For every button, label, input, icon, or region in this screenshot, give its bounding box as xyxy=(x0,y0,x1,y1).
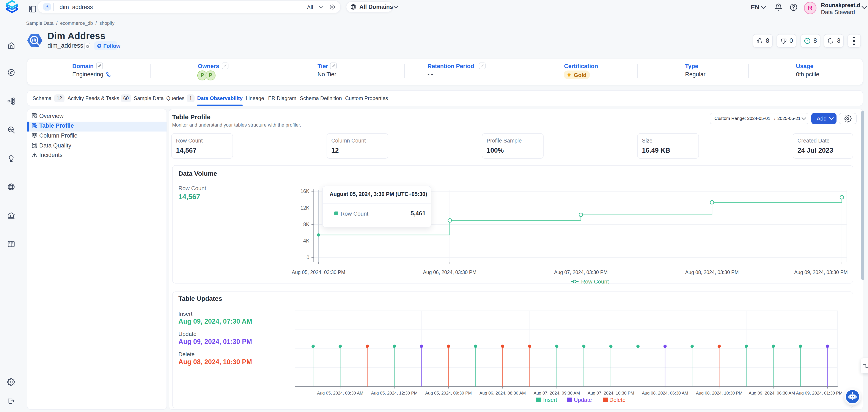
svg-text:Aug 07, 2024, 03:30 PM: Aug 07, 2024, 03:30 PM xyxy=(554,270,608,275)
svg-text:Aug 07, 2024, 09:30 AM: Aug 07, 2024, 09:30 AM xyxy=(534,391,580,395)
svg-text:12K: 12K xyxy=(301,205,310,211)
svg-text:Aug 05, 2024, 03:30 PM: Aug 05, 2024, 03:30 PM xyxy=(292,270,345,275)
svg-text:Delete: Delete xyxy=(609,397,625,403)
svg-text:Aug 05, 2024, 03:30 AM: Aug 05, 2024, 03:30 AM xyxy=(317,391,364,395)
svg-text:Aug 08, 2024, 03:30 PM: Aug 08, 2024, 03:30 PM xyxy=(685,270,739,275)
svg-text:16K: 16K xyxy=(301,188,310,194)
svg-text:Aug 09, 2024, 01:30 PM: Aug 09, 2024, 01:30 PM xyxy=(796,391,842,395)
svg-text:Aug 08, 2024, 06:30 AM: Aug 08, 2024, 06:30 AM xyxy=(642,391,688,395)
svg-text:Aug 05, 2024, 12:30 PM: Aug 05, 2024, 12:30 PM xyxy=(371,391,417,395)
svg-text:Aug 07, 2024, 10:30 PM: Aug 07, 2024, 10:30 PM xyxy=(588,391,634,395)
svg-text:Update: Update xyxy=(574,397,592,403)
svg-text:Aug 05, 2024, 09:30 PM: Aug 05, 2024, 09:30 PM xyxy=(425,391,472,395)
svg-text:8K: 8K xyxy=(303,222,310,227)
svg-text:Aug 08, 2024, 10:30 PM: Aug 08, 2024, 10:30 PM xyxy=(696,391,742,395)
svg-text:0: 0 xyxy=(307,255,309,260)
svg-text:Insert: Insert xyxy=(543,397,557,403)
svg-text:Aug 06, 2024, 08:30 AM: Aug 06, 2024, 08:30 AM xyxy=(479,391,526,395)
svg-text:Aug 09, 2024, 03:30 PM: Aug 09, 2024, 03:30 PM xyxy=(794,270,848,275)
svg-text:Aug 06, 2024, 03:30 PM: Aug 06, 2024, 03:30 PM xyxy=(423,270,476,275)
svg-text:Aug 09, 2024, 06:30 AM: Aug 09, 2024, 06:30 AM xyxy=(749,391,795,395)
svg-text:Row Count: Row Count xyxy=(581,278,609,284)
svg-text:4K: 4K xyxy=(303,238,310,244)
